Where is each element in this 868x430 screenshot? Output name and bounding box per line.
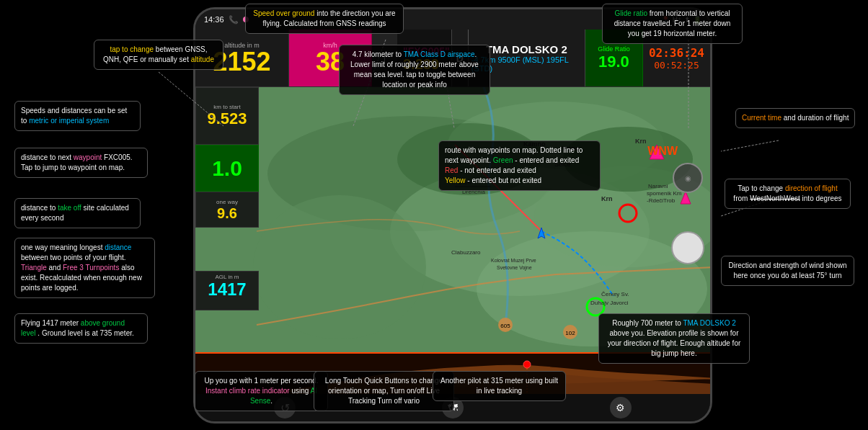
svg-text:Čerkey Sv.: Čerkey Sv. (601, 291, 629, 297)
wind-indicator (671, 231, 704, 264)
green-value-panel[interactable]: 1.0 (195, 145, 259, 192)
green-value: 1.0 (212, 158, 242, 179)
direction-tooltip: Tap to change direction of flight from W… (725, 179, 851, 209)
tma2-tooltip: Roughly 700 meter to TMA DOLSKO 2 above … (598, 313, 750, 364)
compass-circle[interactable]: ◉ (673, 163, 703, 193)
svg-text:Krn: Krn (601, 195, 613, 202)
wind-tooltip: Direction and strength of wind shown her… (721, 256, 854, 286)
km-to-start-value: 9.523 (207, 110, 247, 127)
route-tooltip: route with waypoints on map. Dotted line… (438, 140, 601, 191)
svg-text:Clabuzzaro: Clabuzzaro (451, 249, 481, 256)
svg-point-10 (253, 195, 426, 339)
svg-text:spomenik Km: spomenik Km (647, 190, 682, 197)
tma-tooltip: 4.7 kilometer to TMA Class D airspace. L… (339, 45, 490, 95)
altitude-tooltip: tap to change between GNSS, QNH, QFE or … (94, 40, 223, 70)
speed-tooltip: Speed over ground into the direction you… (245, 4, 404, 34)
map-svg: 102 605 Kamno Vrsno Selce Krn Krn Na (195, 87, 710, 352)
takeoff-tooltip: distance to take off site calculated eve… (14, 198, 141, 228)
time-current: 02:36:24 (649, 46, 704, 60)
one-way-value: 9.6 (217, 205, 237, 221)
time-tooltip: Current time and duration of flight (735, 108, 855, 128)
svg-point-40 (523, 361, 531, 368)
direction-text: WNW (647, 145, 678, 157)
status-left: 14:36 📞 (204, 15, 249, 24)
svg-text:605: 605 (500, 323, 510, 329)
one-way-panel[interactable]: one way 9.6 (195, 192, 259, 228)
one-way-label: one way (216, 199, 238, 205)
settings-btn[interactable]: ⚙ (610, 397, 632, 418)
svg-text:Krn: Krn (635, 138, 647, 145)
glide-value: 19.0 (598, 53, 629, 71)
svg-text:Duhajv Javorci: Duhajv Javorci (590, 300, 629, 306)
svg-text:-RdečiTrob: -RdečiTrob (647, 197, 676, 204)
phone-icon: 📞 (229, 15, 239, 24)
agl-tooltip: Flying 1417 meter above ground level . G… (14, 313, 148, 344)
status-time: 14:36 (204, 15, 224, 24)
svg-line-4 (721, 140, 779, 151)
compass-indicator: ◉ (685, 174, 691, 182)
svg-text:Kolovrat Muzej Prve: Kolovrat Muzej Prve (491, 258, 536, 264)
time-flight: 00:52:25 (654, 60, 699, 71)
glide-tooltip: Glide ratio from horizontal to vertical … (602, 4, 743, 44)
waypoint-tooltip: distance to next waypoint FXC005. Tap to… (14, 148, 148, 178)
km-to-start-panel[interactable]: km to start 9.523 (195, 87, 259, 145)
agl-panel: AGL in m 1417 (195, 271, 259, 310)
livetrack-tooltip: Another pilot at 315 meter using built i… (433, 371, 566, 401)
tma-name: TMA DOLSKO 2 (486, 43, 567, 55)
metric-tooltip: Speeds and distances can be set to metri… (14, 101, 141, 131)
agl-value: 1417 (208, 280, 246, 299)
svg-point-21 (619, 205, 637, 222)
glide-label: Glide Ratio (598, 45, 630, 53)
climb-tooltip: Up you go with 1 meter per second. Insta… (195, 371, 328, 411)
direction-text-panel[interactable]: WNW (647, 145, 678, 158)
svg-text:Naravni: Naravni (648, 183, 668, 189)
svg-text:102: 102 (565, 330, 575, 336)
map-area[interactable]: 102 605 Kamno Vrsno Selce Krn Krn Na (195, 87, 710, 352)
distance-tooltip: one way meaning longest distance between… (14, 238, 155, 298)
svg-text:Svetovne Vojne: Svetovne Vojne (497, 265, 532, 271)
